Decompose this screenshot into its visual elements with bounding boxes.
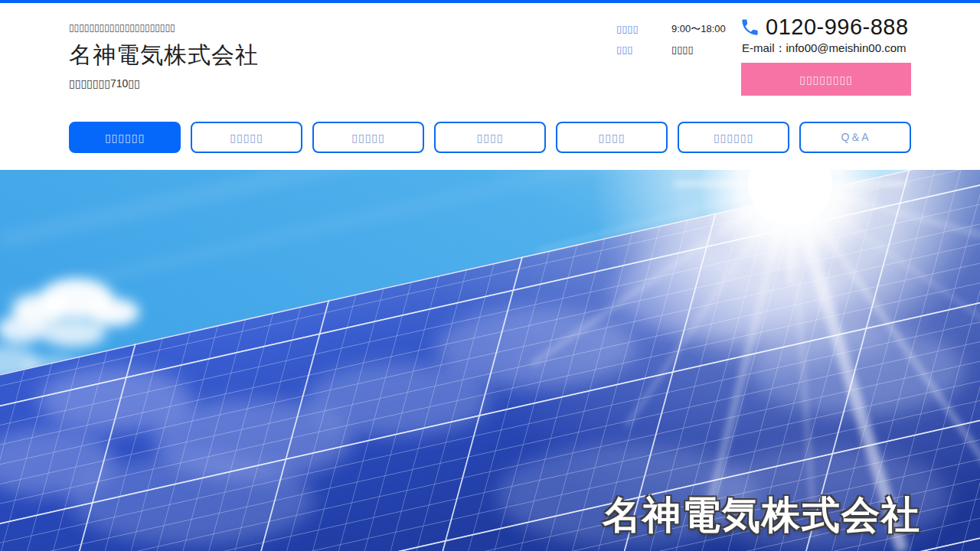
nav-item-3[interactable]: ▯▯▯▯▯: [312, 122, 424, 153]
nav-item-4[interactable]: ▯▯▯▯: [434, 122, 546, 153]
main-navigation: ▯▯▯▯▯▯ ▯▯▯▯▯ ▯▯▯▯▯ ▯▯▯▯ ▯▯▯▯ ▯▯▯▯▯▯ Q＆A: [69, 122, 911, 153]
holiday-label: ▯▯▯: [616, 43, 671, 56]
phone-number: 0120-996-888: [766, 15, 909, 40]
nav-item-6[interactable]: ▯▯▯▯▯▯: [678, 122, 789, 153]
hero-image: 名神電気株式会社: [0, 170, 980, 551]
page: ▯▯▯▯▯▯▯▯▯▯▯▯▯▯▯▯▯▯▯▯▯ 名神電気株式会社 ▯▯▯▯▯▯▯71…: [0, 0, 980, 551]
phone-icon: [740, 17, 760, 37]
nav-item-1-home[interactable]: ▯▯▯▯▯▯: [69, 122, 181, 153]
business-hours-row: ▯▯▯▯ 9:00〜18:00: [616, 22, 726, 35]
nav-item-2[interactable]: ▯▯▯▯▯: [191, 122, 302, 153]
business-hours-value: 9:00〜18:00: [671, 22, 726, 35]
top-accent-bar: [0, 0, 980, 3]
company-address: ▯▯▯▯▯▯▯710▯▯: [69, 77, 140, 90]
site-tagline: ▯▯▯▯▯▯▯▯▯▯▯▯▯▯▯▯▯▯▯▯▯: [69, 22, 175, 33]
company-logo-text: 名神電気株式会社: [69, 40, 259, 71]
nav-item-7-qa[interactable]: Q＆A: [799, 122, 911, 153]
business-hours-label: ▯▯▯▯: [616, 22, 671, 35]
email-address: E-mail：info00@meishin00.com: [742, 41, 906, 56]
business-info: ▯▯▯▯ 9:00〜18:00 ▯▯▯ ▯▯▯▯: [616, 22, 726, 64]
phone-block: 0120-996-888: [740, 15, 911, 40]
holiday-row: ▯▯▯ ▯▯▯▯: [616, 43, 726, 56]
hero-company-title: 名神電気株式会社: [603, 490, 921, 541]
contact-button[interactable]: ▯▯▯▯▯▯▯▯: [741, 63, 911, 96]
holiday-value: ▯▯▯▯: [671, 43, 694, 56]
nav-item-5[interactable]: ▯▯▯▯: [556, 122, 668, 153]
